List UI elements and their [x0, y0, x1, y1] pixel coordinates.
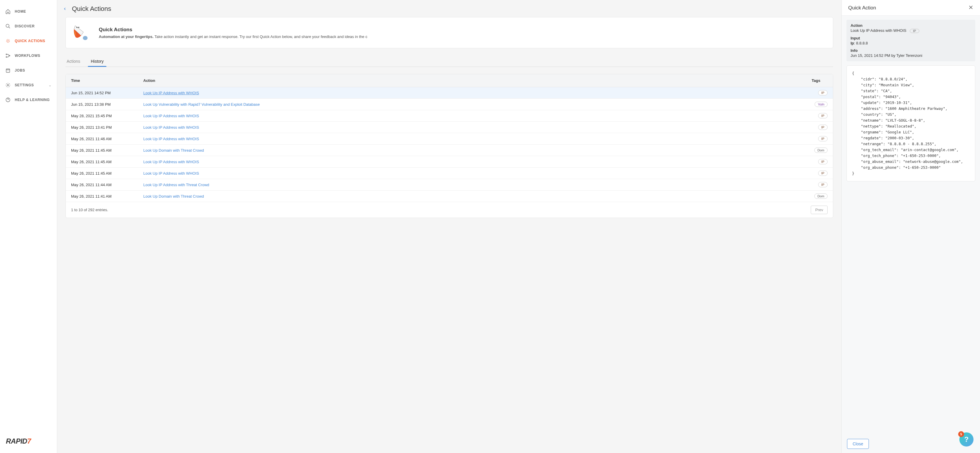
banner-title: Quick Actions: [99, 27, 368, 33]
detail-panel: Quick Action Action Look Up IP Address w…: [842, 0, 980, 453]
cell-tags: IP: [807, 122, 833, 133]
sidebar-item-discover[interactable]: DISCOVER: [0, 19, 57, 33]
cell-time: May 26, 2021 11:45 AM: [66, 168, 138, 179]
col-action: Action: [138, 74, 807, 87]
cell-time: May 26, 2021 11:45 AM: [66, 156, 138, 168]
sidebar-item-workflows[interactable]: WORKFLOWS: [0, 48, 57, 63]
tab-actions[interactable]: Actions: [65, 57, 81, 67]
jobs-icon: [5, 68, 11, 73]
main-content: Quick Actions Quick Actions Automation a…: [57, 0, 842, 453]
cell-tags: IP: [807, 110, 833, 122]
table-row[interactable]: May 26, 2021 11:44 AMLook Up IP Address …: [66, 179, 833, 190]
cell-time: Jun 15, 2021 14:52 PM: [66, 87, 138, 99]
table-row[interactable]: May 26, 2021 11:46 AMLook Up IP Address …: [66, 133, 833, 145]
sidebar-item-label: WORKFLOWS: [15, 54, 40, 58]
cell-time: May 26, 2021 11:44 AM: [66, 179, 138, 190]
panel-meta: Action Look Up IP Address with WHOIS IP …: [846, 20, 975, 61]
sidebar-item-quick-actions[interactable]: QUICK ACTIONS: [0, 33, 57, 48]
svg-point-11: [78, 27, 79, 28]
back-button[interactable]: [61, 5, 69, 13]
info-value: Jun 15, 2021 14:52 PM by Tyler Terenzoni: [851, 53, 971, 58]
action-link[interactable]: Look Up IP Address with WHOIS: [143, 125, 199, 130]
history-table: Time Action Tags Jun 15, 2021 14:52 PMLo…: [65, 74, 833, 218]
cell-tags: IP: [807, 87, 833, 99]
table-row[interactable]: May 26, 2021 13:41 PMLook Up IP Address …: [66, 122, 833, 133]
info-label: Info: [851, 48, 971, 53]
cell-action: Look Up IP Address with WHOIS: [138, 156, 807, 168]
action-label: Action: [851, 23, 971, 28]
sidebar-item-label: QUICK ACTIONS: [15, 39, 45, 43]
tag-pill: IP: [818, 171, 827, 176]
workflow-icon: [5, 53, 11, 58]
svg-point-0: [6, 24, 9, 27]
table-row[interactable]: May 26, 2021 11:45 AMLook Up Domain with…: [66, 145, 833, 156]
help-bubble[interactable]: ? 5: [959, 432, 974, 447]
action-link[interactable]: Look Up IP Address with WHOIS: [143, 114, 199, 118]
cell-action: Look Up IP Address with WHOIS: [138, 87, 807, 99]
json-output[interactable]: { "cidr": "8.8.8.0/24", "city": "Mountai…: [846, 65, 975, 181]
action-link[interactable]: Look Up IP Address with WHOIS: [143, 137, 199, 141]
action-link[interactable]: Look Up IP Address with WHOIS: [143, 91, 199, 95]
action-link[interactable]: Look Up Vulnerability with Rapid7 Vulner…: [143, 102, 260, 107]
spark-icon: [5, 38, 11, 44]
cell-time: Jun 15, 2021 13:38 PM: [66, 99, 138, 110]
brand-logo: RAPID7: [0, 432, 57, 453]
action-link[interactable]: Look Up IP Address with Threat Crowd: [143, 183, 209, 187]
tabs: Actions History: [65, 57, 833, 67]
input-value: Ip: 8.8.8.8: [851, 41, 971, 45]
sidebar-item-label: DISCOVER: [15, 24, 35, 28]
prev-button[interactable]: Prev: [811, 206, 827, 214]
home-icon: [5, 9, 11, 14]
col-tags: Tags: [807, 74, 833, 87]
close-icon[interactable]: [968, 5, 974, 11]
tag-pill: IP: [818, 113, 827, 119]
cell-action: Look Up IP Address with WHOIS: [138, 110, 807, 122]
question-icon: ?: [964, 435, 969, 443]
svg-point-3: [6, 54, 7, 55]
sidebar-item-help[interactable]: HELP & LEARNING: [0, 92, 57, 107]
input-label: Input: [851, 36, 971, 40]
table-row[interactable]: May 26, 2021 11:45 AMLook Up IP Address …: [66, 168, 833, 179]
tag-pill: IP: [818, 159, 827, 164]
intro-banner: Quick Actions Automation at your fingert…: [65, 17, 833, 48]
tag-pill: IP: [818, 136, 827, 141]
table-row[interactable]: May 26, 2021 11:45 AMLook Up IP Address …: [66, 156, 833, 168]
ip-chip: IP: [910, 29, 919, 33]
action-link[interactable]: Look Up IP Address with WHOIS: [143, 171, 199, 176]
action-link[interactable]: Look Up IP Address with WHOIS: [143, 160, 199, 164]
table-row[interactable]: Jun 15, 2021 13:38 PMLook Up Vulnerabili…: [66, 99, 833, 110]
table-row[interactable]: May 26, 2021 11:41 AMLook Up Domain with…: [66, 190, 833, 202]
cell-time: May 26, 2021 11:45 AM: [66, 145, 138, 156]
action-link[interactable]: Look Up Domain with Threat Crowd: [143, 194, 204, 198]
table-row[interactable]: Jun 15, 2021 14:52 PMLook Up IP Address …: [66, 87, 833, 99]
action-link[interactable]: Look Up Domain with Threat Crowd: [143, 148, 204, 152]
search-icon: [5, 24, 11, 29]
chevron-down-icon: ⌄: [49, 83, 52, 87]
tag-pill: Vuln: [815, 101, 827, 107]
table-footer: 1 to 10 of 292 entries. Prev: [66, 202, 833, 218]
cell-time: May 26, 2021 11:41 AM: [66, 190, 138, 202]
svg-point-9: [83, 36, 88, 40]
sidebar: HOME DISCOVER QUICK ACTIONS WORKFLOWS: [0, 0, 57, 453]
sidebar-item-label: JOBS: [15, 68, 25, 73]
tag-pill: Dom: [814, 193, 827, 199]
sidebar-item-settings[interactable]: SETTINGS ⌄: [0, 78, 57, 92]
svg-point-10: [76, 27, 78, 28]
sidebar-nav: HOME DISCOVER QUICK ACTIONS WORKFLOWS: [0, 0, 57, 432]
svg-point-4: [6, 57, 7, 57]
table-row[interactable]: May 28, 2021 15:45 PMLook Up IP Address …: [66, 110, 833, 122]
panel-title: Quick Action: [848, 5, 876, 11]
cell-tags: Dom: [807, 190, 833, 202]
sidebar-item-home[interactable]: HOME: [0, 4, 57, 19]
pagination-info: 1 to 10 of 292 entries.: [71, 207, 108, 212]
cell-tags: Vuln: [807, 99, 833, 110]
sidebar-item-jobs[interactable]: JOBS: [0, 63, 57, 78]
cell-time: May 26, 2021 11:46 AM: [66, 133, 138, 145]
action-value: Look Up IP Address with WHOIS IP: [851, 28, 971, 33]
close-button[interactable]: Close: [847, 439, 869, 449]
cell-action: Look Up IP Address with Threat Crowd: [138, 179, 807, 190]
tab-history[interactable]: History: [90, 57, 105, 67]
svg-line-1: [8, 27, 10, 28]
sidebar-item-label: HELP & LEARNING: [15, 98, 50, 102]
sidebar-item-label: HOME: [15, 10, 26, 14]
